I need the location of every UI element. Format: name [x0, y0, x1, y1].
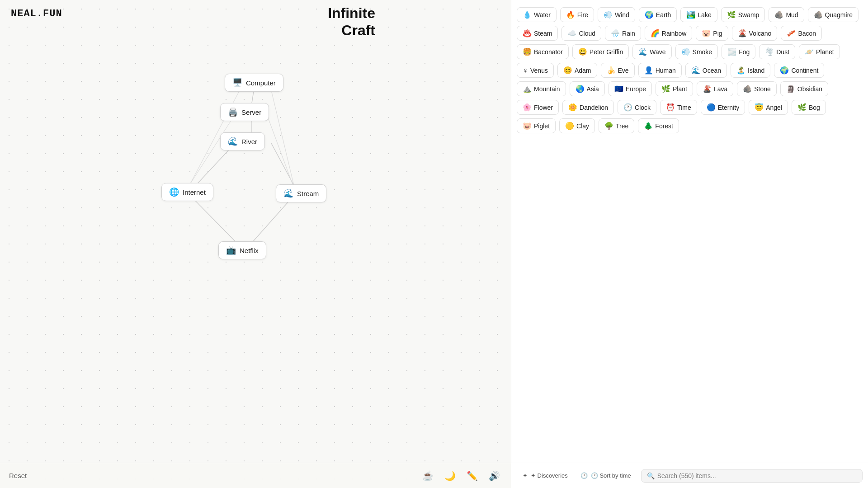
svg-line-4	[190, 195, 235, 241]
item-chip[interactable]: 💧Water	[517, 7, 557, 22]
chip-icon: 💧	[523, 10, 532, 19]
item-chip[interactable]: 🐷Pig	[696, 26, 728, 41]
item-chip[interactable]: 🏞️Lake	[680, 7, 717, 22]
chip-icon: 🌪️	[765, 47, 774, 56]
item-chip[interactable]: 🕐Clock	[618, 100, 656, 115]
item-chip[interactable]: 🌏Asia	[570, 81, 605, 96]
item-chip[interactable]: 🌋Lava	[697, 81, 733, 96]
chip-icon: ⛰️	[523, 84, 532, 93]
item-chip[interactable]: 🌋Volcano	[732, 26, 778, 41]
item-chip[interactable]: 🌧️Rain	[605, 26, 641, 41]
item-chip[interactable]: 🪨Stone	[737, 81, 777, 96]
discoveries-tab[interactable]: ✦ ✦ Discoveries	[516, 469, 574, 482]
item-chip[interactable]: 🏝️Island	[731, 63, 770, 78]
moon-icon-btn[interactable]: 🌙	[443, 469, 458, 483]
chip-icon: 🥓	[787, 29, 796, 38]
chip-icon: 👤	[644, 66, 653, 75]
chip-icon: 🌏	[576, 84, 585, 93]
item-chip[interactable]: 👤Human	[638, 63, 682, 78]
item-chip[interactable]: ♨️Steam	[517, 26, 558, 41]
chip-icon: 🌍	[780, 66, 789, 75]
item-chip[interactable]: 🌼Dandelion	[562, 100, 614, 115]
item-chip[interactable]: 💨Smoke	[675, 44, 718, 59]
item-chip[interactable]: 🪨Quagmire	[808, 7, 859, 22]
item-chip[interactable]: 🌊Ocean	[685, 63, 727, 78]
sound-icon-btn[interactable]: 🔊	[487, 469, 502, 483]
item-chip[interactable]: 🌿Swamp	[721, 7, 765, 22]
chip-icon: 🌈	[651, 29, 660, 38]
chip-icon: 🌊	[638, 47, 647, 56]
chip-icon: 🌿	[797, 103, 807, 112]
chip-icon: 🏞️	[686, 10, 695, 19]
chip-icon: 🔥	[566, 10, 575, 19]
brush-icon-btn[interactable]: ✏️	[465, 469, 480, 483]
chip-icon: 💨	[604, 10, 613, 19]
item-chip[interactable]: 😇Angel	[749, 100, 788, 115]
item-chip[interactable]: 🌳Tree	[599, 118, 634, 133]
chip-icon: 🌋	[738, 29, 747, 38]
chip-icon: ☁️	[567, 29, 576, 38]
search-box[interactable]: 🔍	[641, 469, 863, 483]
node-netflix[interactable]: 📺 Netflix	[218, 241, 266, 259]
item-chip[interactable]: 🌍Continent	[774, 63, 824, 78]
chip-icon: 🐷	[523, 122, 532, 130]
svg-line-5	[253, 197, 293, 241]
craft-canvas[interactable]: NEAL.FUN Infinite Craft 🖥️ Computer 🖨️ S	[0, 0, 511, 488]
item-chip[interactable]: 🌊Wave	[632, 44, 671, 59]
item-chip[interactable]: 😀Peter Griffin	[572, 44, 629, 59]
item-chip[interactable]: ⛰️Mountain	[517, 81, 566, 96]
item-chip[interactable]: 🌸Flower	[517, 100, 559, 115]
item-chip[interactable]: 🌲Forest	[638, 118, 679, 133]
item-chip[interactable]: 🌫️Fog	[722, 44, 755, 59]
chip-icon: 🪐	[805, 47, 814, 56]
chip-icon: 💨	[681, 47, 690, 56]
computer-icon: 🖥️	[232, 78, 242, 88]
item-chip[interactable]: 🇪🇺Europe	[609, 81, 652, 96]
stream-icon: 🌊	[283, 188, 293, 198]
coffee-icon-btn[interactable]: ☕	[420, 469, 435, 483]
chip-icon: ⏰	[666, 103, 675, 112]
chip-icon: 🟡	[565, 122, 574, 130]
item-chip[interactable]: 🗿Obsidian	[780, 81, 828, 96]
item-chip[interactable]: 🍌Eve	[601, 63, 635, 78]
search-input[interactable]	[657, 472, 857, 479]
chip-icon: 🌍	[645, 10, 654, 19]
internet-icon: 🌐	[169, 187, 179, 197]
item-chip[interactable]: 🌍Earth	[639, 7, 677, 22]
chip-icon: 🌳	[604, 122, 613, 130]
chip-icon: 🕐	[623, 103, 632, 112]
netflix-icon: 📺	[226, 245, 236, 255]
item-chip[interactable]: ⏰Time	[660, 100, 697, 115]
sort-tab[interactable]: 🕐 🕐 Sort by time	[574, 469, 637, 482]
item-chip[interactable]: 🌪️Dust	[759, 44, 795, 59]
node-internet[interactable]: 🌐 Internet	[161, 183, 213, 201]
chip-icon: 🌿	[661, 84, 670, 93]
item-chip[interactable]: ♀️Venus	[517, 63, 554, 78]
chip-icon: ♨️	[523, 29, 532, 38]
chip-icon: 😊	[563, 66, 572, 75]
reset-button[interactable]: Reset	[9, 472, 27, 479]
item-chip[interactable]: 🐷Piglet	[517, 118, 556, 133]
item-chip[interactable]: 😊Adam	[557, 63, 597, 78]
node-computer[interactable]: 🖥️ Computer	[225, 74, 283, 92]
chip-icon: 🍌	[607, 66, 616, 75]
item-chip[interactable]: 🔵Eternity	[701, 100, 745, 115]
node-river[interactable]: 🌊 River	[220, 132, 265, 150]
discoveries-icon: ✦	[523, 472, 528, 479]
item-chip[interactable]: 🔥Fire	[560, 7, 594, 22]
node-stream[interactable]: 🌊 Stream	[276, 184, 326, 202]
item-chip[interactable]: 🍔Baconator	[517, 44, 569, 59]
chip-icon: 😇	[755, 103, 764, 112]
item-chip[interactable]: 🌿Plant	[656, 81, 693, 96]
item-chip[interactable]: 🪐Planet	[799, 44, 840, 59]
item-chip[interactable]: 💨Wind	[598, 7, 635, 22]
item-chip[interactable]: 🌈Rainbow	[645, 26, 692, 41]
item-chip[interactable]: 🌿Bog	[792, 100, 826, 115]
node-server[interactable]: 🖨️ Server	[220, 103, 269, 121]
item-chip[interactable]: 🟡Clay	[559, 118, 595, 133]
river-icon: 🌊	[228, 136, 238, 146]
item-chip[interactable]: 🥓Bacon	[781, 26, 822, 41]
chip-icon: 🌲	[644, 122, 653, 130]
item-chip[interactable]: ☁️Cloud	[561, 26, 601, 41]
item-chip[interactable]: 🪨Mud	[769, 7, 804, 22]
